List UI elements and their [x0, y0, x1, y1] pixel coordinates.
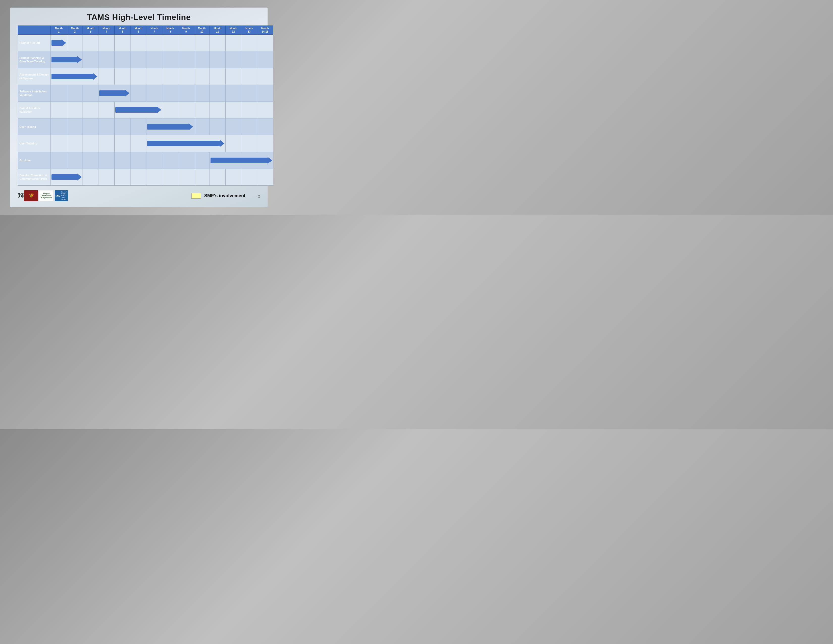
table-row: Project Kick-off — [18, 35, 273, 51]
cell-0-1 — [67, 35, 83, 51]
arrow-body-8 — [51, 174, 77, 180]
cell-3-7 — [162, 85, 178, 101]
cell-1-11 — [225, 51, 241, 68]
cell-0-3 — [98, 35, 114, 51]
month-header-7: Month7 — [146, 26, 162, 35]
cell-6-4 — [114, 135, 130, 152]
table-row: Assessment & Design of System — [18, 68, 273, 85]
arrow-6 — [147, 136, 225, 151]
cell-0-8 — [178, 35, 194, 51]
cell-3-13 — [257, 85, 273, 101]
cell-3-11 — [225, 85, 241, 101]
tams-logo: ℐ𝒞 — [18, 192, 23, 199]
legend: SME's involvement — [191, 193, 245, 199]
slide: TAMS High-Level Timeline Month1Month2Mon… — [10, 8, 268, 207]
cell-0-13 — [257, 35, 273, 51]
arrow-body-4 — [115, 107, 157, 113]
month-header-6: Month6 — [130, 26, 146, 35]
cell-2-11 — [225, 68, 241, 85]
row-label-4: Data & Interface validation — [18, 101, 51, 118]
cell-8-12 — [241, 169, 257, 186]
cell-7-0 — [51, 152, 67, 169]
arrow-shape-1 — [51, 56, 82, 63]
arrow-head-6 — [220, 140, 224, 147]
arrow-shape-8 — [51, 174, 82, 180]
cell-7-2 — [83, 152, 98, 169]
arrow-head-7 — [268, 157, 272, 164]
cell-5-4 — [114, 118, 130, 135]
slide-footer: ℐ𝒞 🌾 OregonDepartmentof Agriculture DEQS… — [18, 188, 260, 203]
cell-8-10 — [209, 169, 225, 186]
cell-1-7 — [162, 51, 178, 68]
cell-7-9 — [194, 152, 209, 169]
month-header-13: Month13 — [241, 26, 257, 35]
cell-3-6 — [146, 85, 162, 101]
cell-4-9 — [194, 101, 209, 118]
month-header-3: Month3 — [83, 26, 98, 35]
cell-5-3 — [98, 118, 114, 135]
cell-7-6 — [146, 152, 162, 169]
cell-0-9 — [194, 35, 209, 51]
arrow-1 — [51, 52, 82, 67]
cell-5-12 — [241, 118, 257, 135]
arrow-8 — [51, 170, 82, 185]
legend-label: SME's involvement — [204, 193, 245, 198]
cell-6-2 — [83, 135, 98, 152]
cell-5-11 — [225, 118, 241, 135]
cell-1-5 — [130, 51, 146, 68]
cell-2-8 — [178, 68, 194, 85]
arrow-cell-1 — [51, 51, 83, 68]
arrow-5 — [147, 119, 193, 134]
arrow-cell-3 — [98, 85, 131, 101]
arrow-shape-6 — [147, 140, 224, 147]
table-row: Data & Interface validation — [18, 101, 273, 118]
cell-1-12 — [241, 51, 257, 68]
cell-5-1 — [67, 118, 83, 135]
page-number: 2 — [258, 194, 260, 198]
cell-4-12 — [241, 101, 257, 118]
arrow-shape-7 — [211, 157, 272, 164]
cell-0-7 — [162, 35, 178, 51]
cell-4-7 — [162, 101, 178, 118]
cell-8-5 — [130, 169, 146, 186]
arrow-head-3 — [125, 90, 130, 97]
arrow-cell-5 — [146, 118, 194, 135]
row-label-3: Software Installation, Validation — [18, 85, 51, 101]
month-header-10: Month10 — [194, 26, 209, 35]
cell-2-12 — [241, 68, 257, 85]
cell-0-4 — [114, 35, 130, 51]
slide-title: TAMS High-Level Timeline — [18, 13, 260, 22]
cell-1-2 — [83, 51, 98, 68]
arrow-head-5 — [188, 123, 193, 130]
arrow-body-0 — [51, 40, 61, 46]
month-header-8: Month8 — [162, 26, 178, 35]
cell-1-6 — [146, 51, 162, 68]
cell-1-3 — [98, 51, 114, 68]
cell-2-10 — [209, 68, 225, 85]
cell-5-10 — [209, 118, 225, 135]
arrow-cell-2 — [51, 68, 98, 85]
cell-8-11 — [225, 169, 241, 186]
cell-8-6 — [146, 169, 162, 186]
cell-6-13 — [257, 135, 273, 152]
cell-6-3 — [98, 135, 114, 152]
arrow-cell-6 — [146, 135, 225, 152]
oregon-logo: OregonDepartmentof Agriculture — [39, 190, 54, 201]
cell-3-10 — [209, 85, 225, 101]
arrow-cell-7 — [209, 152, 273, 169]
cell-0-10 — [209, 35, 225, 51]
cell-8-3 — [98, 169, 114, 186]
cell-1-9 — [194, 51, 209, 68]
cell-5-13 — [257, 118, 273, 135]
cell-3-5 — [130, 85, 146, 101]
cell-3-1 — [67, 85, 83, 101]
month-header-14: Month14-18 — [257, 26, 273, 35]
arrow-2 — [51, 69, 97, 84]
legend-area: SME's involvement 2 — [191, 193, 260, 199]
arrow-shape-4 — [115, 106, 161, 113]
arrow-head-0 — [61, 39, 66, 47]
cell-8-8 — [178, 169, 194, 186]
arrow-cell-0 — [51, 35, 67, 51]
cell-4-2 — [83, 101, 98, 118]
row-label-6: User Training — [18, 135, 51, 152]
